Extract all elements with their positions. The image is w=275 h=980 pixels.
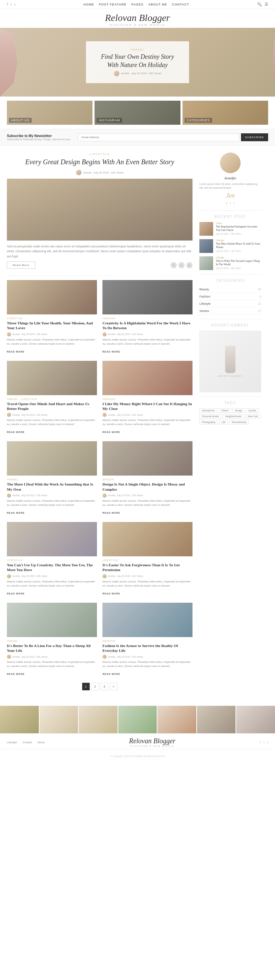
page-btn-1[interactable]: 1 [82,683,90,690]
recent-post-info-1: Travel The Inspirational Instagram Accou… [216,222,261,235]
author-instagram-icon[interactable]: i [234,201,235,205]
main-content: Lifestyle Every Great Design Begins With… [0,146,275,702]
article-card-7: Lifestyle You Can't Use Up Creativity. T… [7,522,97,596]
menu-icon[interactable]: ☰ [265,2,268,6]
nav-about[interactable]: ABOUT ME [148,3,167,6]
tag-personal-stories[interactable]: Personal stories [199,414,221,418]
article-avatar-1 [7,332,11,336]
top-bar: f i t HOME POST FEATURE PAGES ABOUT ME C… [0,0,275,9]
article-read-more-7[interactable]: READ MORE [7,592,25,595]
tag-atmosphere[interactable]: Atmosphere [199,408,217,413]
article-card-1: Lifestyle Three Things In Life Your Heal… [7,280,97,354]
article-tag-9: Travel [7,640,97,642]
article-excerpt-8: Mauris mattis auctor cursus. Phasellus f… [102,580,192,588]
footer-logo-title: Relovan Blogger [129,737,175,745]
sidebar-divider-1 [199,210,261,211]
share-facebook-icon[interactable]: f [170,262,177,268]
sidebar-divider-2 [199,274,261,275]
footer-twitter-icon[interactable]: t [267,740,268,744]
article-title-10: Fashion Is the Armor to Survive the Real… [102,643,192,653]
tag-classic[interactable]: Classic [219,408,231,413]
share-twitter-icon[interactable]: t [178,262,184,268]
footer-instagram-icon[interactable]: i [264,740,265,744]
author-twitter-icon[interactable]: t [230,201,231,205]
article-read-more-9[interactable]: READ MORE [7,673,25,675]
article-excerpt-5: Mauris mattis auctor cursus. Phasellus f… [7,499,97,507]
article-read-more-8[interactable]: READ MORE [102,592,120,595]
category-lifestyle[interactable]: Lifestyle 11 [199,300,261,307]
pagination: 1 2 3 > [7,678,192,695]
recent-post-info-3: Lifestyle This Is What The Second Larges… [216,256,261,270]
tag-life[interactable]: Life [219,420,228,424]
tag-design[interactable]: Design [232,408,245,413]
nav-home[interactable]: HOME [84,3,94,6]
category-fashion[interactable]: Fashion 9 [199,293,261,300]
article-meta-1: Amelia July 29 2019 13K Views [7,332,97,336]
article-read-more-6[interactable]: READ MORE [102,512,120,514]
hero-title: Find Your Own Destiny Story With Nature … [100,53,175,69]
search-icon[interactable]: 🔍 [257,2,262,6]
instagram-icon[interactable]: i [11,2,12,6]
footer: Lifestyle Contact About Relovan Blogger … [0,733,275,761]
category-stories[interactable]: Stories 17 [199,307,261,315]
tag-photography[interactable]: Photography [199,420,218,424]
footer-nav-lifestyle[interactable]: Lifestyle [7,741,17,744]
footer-nav-about[interactable]: About [38,741,45,744]
footer-facebook-icon[interactable]: f [260,740,261,744]
tag-quotes[interactable]: Quotes [246,408,259,413]
tag-neighborhoods[interactable]: Neighborhoods [223,414,244,418]
recent-post-title-1[interactable]: The Inspirational Instagram Accounts You… [216,225,261,232]
featured-read-more-button[interactable]: Read More [7,261,35,269]
article-image-2 [102,280,192,314]
ad-label: Advertisement [218,375,243,377]
article-read-more-10[interactable]: READ MORE [102,673,120,675]
page-btn-next[interactable]: > [110,683,118,690]
category-beauty[interactable]: Beauty 15 [199,286,261,293]
category-fashion-name: Fashion [199,295,210,298]
article-read-more-5[interactable]: READ MORE [7,512,25,514]
featured-image-inner [7,179,192,240]
twitter-icon[interactable]: t [14,2,16,6]
article-card-8: Lifestyle It's Easier To Ask Forgiveness… [102,522,192,596]
recent-post-title-2[interactable]: The Most Stylish Photo To Add To Your Wi… [216,242,261,250]
newsletter-subscribe-button[interactable]: SUBSCRIBE [241,133,268,141]
recent-post-title-3[interactable]: This Is What The Second Largest Thing In… [216,259,261,267]
article-tag-4: Fashion [102,398,192,400]
article-image-6 [102,441,192,476]
facebook-icon[interactable]: f [7,2,8,6]
hero-banner: Travel Find Your Own Destiny Story With … [0,28,275,97]
article-excerpt-10: Mauris mattis auctor cursus. Phasellus f… [102,660,192,668]
share-pinterest-icon[interactable]: p [186,262,192,268]
author-facebook-icon[interactable]: f [226,201,227,205]
nav-pages[interactable]: PAGES [131,3,143,6]
featured-meta: Amelia July 29 2019 13K Views [7,170,192,175]
quick-link-instagram[interactable]: Instagram [95,101,180,125]
article-read-more-3[interactable]: READ MORE [7,431,25,433]
page-btn-2[interactable]: 2 [91,683,99,690]
article-read-more-2[interactable]: READ MORE [102,350,120,353]
floral-decoration-left [0,28,21,97]
newsletter-email-input[interactable] [78,133,239,141]
logo-area: Relovan Blogger DISCOVER A NEW WORLD [0,9,275,28]
article-tag-10: Fashion [102,640,192,642]
article-meta-9: Amelia July 29 2019 13K Views [7,655,97,659]
footer-nav-contact[interactable]: Contact [22,741,32,744]
article-excerpt-4: Mauris mattis auctor cursus. Phasellus f… [102,418,192,426]
article-excerpt-9: Mauris mattis auctor cursus. Phasellus f… [7,660,97,668]
article-image-3 [7,361,97,395]
quick-link-about[interactable]: About Us [7,101,92,125]
article-read-more-1[interactable]: READ MORE [7,350,25,353]
article-avatar-7 [7,574,11,578]
page-btn-3[interactable]: 3 [101,683,108,690]
hero-tag: Travel [100,48,175,51]
article-read-more-4[interactable]: READ MORE [102,431,120,433]
tag-new-york[interactable]: New York [245,414,261,418]
quick-link-categories[interactable]: Categories [183,101,268,125]
tag-revolutionary[interactable]: Revolutionary [229,420,249,424]
featured-excerpt: Sed ut perspiciatis unde omnis iste natu… [7,244,192,259]
nav-contact[interactable]: CONTACT [172,3,189,6]
nav-post-feature[interactable]: POST FEATURE [99,3,127,6]
article-tag-5: Travel [7,478,97,481]
sidebar-divider-3 [199,319,261,319]
article-image-10 [102,603,192,637]
